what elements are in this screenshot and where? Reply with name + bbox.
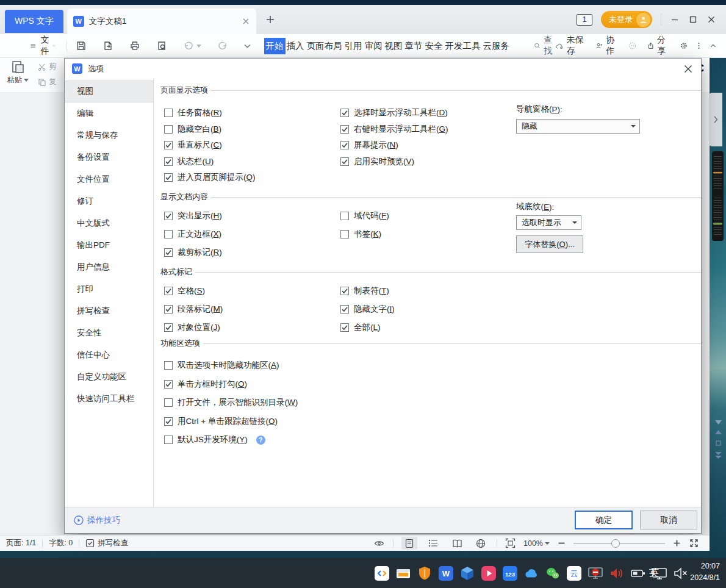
checkbox[interactable] (164, 109, 173, 117)
checkbox[interactable] (164, 248, 173, 257)
option-checkbox-row[interactable]: 裁剪标记(R) (164, 243, 222, 262)
page-indicator[interactable]: 页面: 1/1 (6, 538, 36, 548)
more-menu-icon[interactable] (698, 41, 700, 51)
checkbox[interactable] (340, 141, 349, 149)
option-checkbox-row[interactable]: 制表符(T) (340, 282, 395, 300)
checkbox[interactable] (164, 157, 173, 166)
wps-123-icon[interactable]: 123 (501, 565, 518, 581)
dialog-sidebar-item[interactable]: 修订 (65, 190, 153, 212)
checkbox[interactable] (340, 157, 349, 166)
dialog-sidebar-item[interactable]: 打印 (65, 278, 153, 300)
option-checkbox-row[interactable]: 选择时显示浮动工具栏(D) (340, 105, 448, 121)
option-checkbox-row[interactable]: 书签(K) (340, 225, 389, 243)
checkbox[interactable] (164, 398, 173, 407)
collapse-ribbon-icon[interactable] (710, 43, 716, 48)
login-button[interactable]: 未登录 (601, 11, 652, 28)
checkbox[interactable] (164, 323, 173, 332)
checkbox[interactable] (340, 287, 349, 295)
ribbon-tab[interactable]: 插入 (286, 38, 306, 54)
ribbon-tab[interactable]: 页面布局 (306, 38, 343, 54)
quickbar-more-icon[interactable] (244, 44, 251, 48)
dialog-titlebar[interactable]: W 选项 (65, 59, 701, 79)
dialog-sidebar-item[interactable]: 用户信息 (65, 256, 153, 278)
ok-button[interactable]: 确定 (575, 511, 633, 529)
dialog-sidebar-item[interactable]: 文件位置 (65, 168, 153, 190)
checkbox[interactable] (164, 305, 173, 314)
screen-share-blocked-icon[interactable] (587, 565, 603, 581)
dev-code-icon[interactable] (373, 565, 390, 581)
option-checkbox-row[interactable]: 屏幕提示(N) (340, 137, 448, 154)
document-tab[interactable]: W 文字文稿1 (67, 9, 256, 34)
volume-muted-icon[interactable] (672, 565, 689, 581)
ribbon-tab[interactable]: 章节 (404, 38, 424, 54)
help-icon[interactable]: ? (256, 436, 265, 445)
checkbox[interactable] (164, 361, 173, 370)
option-checkbox-row[interactable]: 打开文件，展示智能识别目录(W) (164, 393, 298, 412)
paste-dropdown-icon[interactable] (24, 79, 29, 82)
dialog-sidebar-item[interactable]: 信任中心 (65, 344, 153, 366)
scroll-down-icon[interactable] (715, 420, 722, 425)
storage-box-icon[interactable] (459, 565, 475, 581)
ribbon-tab[interactable]: 开发工具 (444, 38, 482, 54)
dialog-sidebar-item[interactable]: 拼写检查 (65, 300, 153, 322)
wps-writer-icon[interactable]: W (437, 565, 454, 581)
zoom-slider[interactable] (573, 539, 665, 548)
paste-button[interactable]: 粘贴 (0, 59, 35, 91)
main-menu-icon[interactable] (31, 41, 35, 50)
fullscreen-icon[interactable] (689, 538, 699, 548)
option-checkbox-row[interactable]: 隐藏文字(I) (340, 300, 395, 318)
ribbon-tab[interactable]: 开始 (264, 38, 286, 54)
option-checkbox-row[interactable]: 默认JS开发环境(Y)? (164, 431, 298, 450)
dialog-sidebar-item[interactable]: 安全性 (65, 322, 153, 344)
save-status[interactable]: 未保存 (555, 35, 585, 57)
comment-icon[interactable] (628, 40, 636, 51)
dialog-sidebar-item[interactable]: 视图 (65, 81, 153, 102)
file-menu[interactable]: 文件 (40, 35, 49, 57)
collab-button[interactable]: 协作 (595, 35, 618, 57)
share-button[interactable]: 分享 (647, 35, 669, 57)
checkbox[interactable] (164, 125, 173, 134)
print-preview-icon[interactable] (156, 40, 167, 51)
checkbox[interactable] (164, 380, 173, 389)
ribbon-tab[interactable]: 审阅 (364, 38, 384, 54)
dialog-sidebar-item[interactable]: 自定义功能区 (65, 366, 153, 388)
redo-icon[interactable] (217, 41, 228, 51)
option-checkbox-row[interactable]: 隐藏空白(B) (164, 121, 256, 138)
select-browse-object-icon[interactable] (716, 440, 721, 446)
checkbox[interactable] (164, 212, 173, 220)
option-checkbox-row[interactable]: 单击方框时打勾(O) (164, 375, 298, 394)
ribbon-tab[interactable]: 云服务 (482, 38, 511, 54)
nav-pane-dropdown[interactable]: 隐藏 (516, 119, 640, 134)
wechat-icon[interactable] (544, 565, 561, 581)
dialog-sidebar-item[interactable]: 常规与保存 (65, 124, 153, 146)
dialog-sidebar-item[interactable]: 中文版式 (65, 212, 153, 234)
eye-protect-icon[interactable] (373, 539, 385, 548)
tab-close-icon[interactable] (242, 17, 250, 26)
page-view-button[interactable] (401, 537, 417, 550)
tips-link[interactable]: 操作技巧 (74, 515, 120, 526)
zoom-out-icon[interactable] (558, 539, 566, 547)
fit-page-icon[interactable] (505, 538, 516, 548)
read-view-button[interactable] (449, 537, 465, 550)
option-checkbox-row[interactable]: 用Ctrl + 单击跟踪超链接(O) (164, 412, 298, 431)
checkbox[interactable] (340, 230, 349, 238)
option-checkbox-row[interactable]: 状态栏(U) (164, 154, 256, 170)
ribbon-tab[interactable]: 引用 (343, 38, 364, 54)
outline-view-button[interactable] (425, 537, 441, 550)
option-checkbox-row[interactable]: 右键时显示浮动工具栏(G) (340, 121, 448, 138)
minimize-button[interactable] (670, 15, 680, 24)
sidebar-collapse-tab[interactable] (709, 93, 722, 146)
zoom-level-button[interactable]: 100% (523, 539, 550, 548)
next-page-icon[interactable] (715, 451, 722, 459)
volume-alert-icon[interactable] (608, 565, 625, 581)
dialog-sidebar-item[interactable]: 快速访问工具栏 (65, 388, 153, 410)
web-view-button[interactable] (473, 537, 489, 550)
window-count-button[interactable]: 1 (577, 14, 592, 26)
dialog-sidebar-item[interactable]: 编辑 (65, 102, 153, 124)
battery-icon[interactable] (630, 565, 646, 581)
checkbox[interactable] (340, 305, 349, 314)
option-checkbox-row[interactable]: 正文边框(X) (164, 225, 222, 243)
option-checkbox-row[interactable]: 启用实时预览(V) (340, 154, 448, 170)
checkbox[interactable] (340, 323, 349, 332)
option-checkbox-row[interactable]: 进入页眉页脚提示(Q) (164, 170, 256, 186)
